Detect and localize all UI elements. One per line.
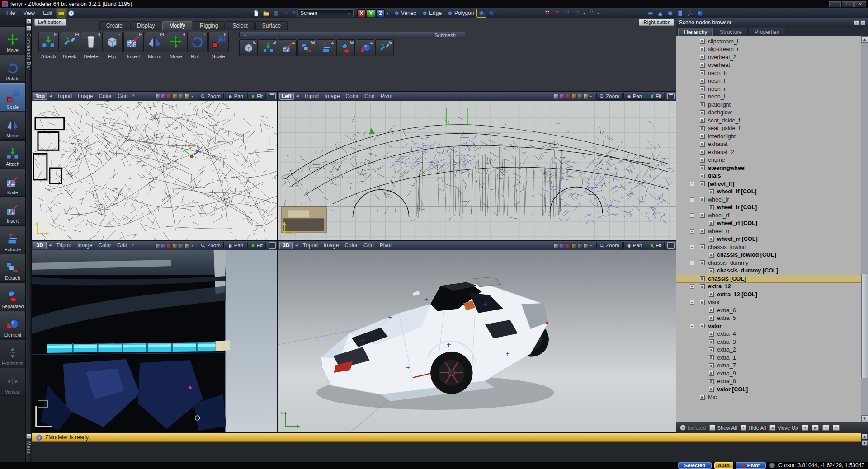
expand-corner-icon[interactable] bbox=[273, 41, 276, 44]
viewport-name-button[interactable]: Top bbox=[33, 93, 47, 100]
visibility-checkbox-icon[interactable] bbox=[709, 371, 714, 376]
tree-node-extra-6[interactable]: extra_6 bbox=[676, 306, 861, 314]
pen-color-icon[interactable] bbox=[566, 94, 571, 99]
tree-node-interiorlight[interactable]: interiorlight bbox=[676, 132, 861, 141]
visibility-checkbox-icon[interactable] bbox=[700, 395, 705, 400]
snap-option-icon[interactable] bbox=[562, 9, 571, 17]
light-icon[interactable] bbox=[184, 243, 189, 248]
tree-node-steeringwheel[interactable]: steeringwheel bbox=[676, 164, 861, 172]
submesh-header[interactable]: ▲Submesh.... bbox=[239, 32, 465, 38]
visibility-checkbox-icon[interactable] bbox=[700, 118, 705, 123]
visibility-checkbox-icon[interactable] bbox=[700, 174, 705, 178]
messages-scroll-down-icon[interactable]: ▼ bbox=[862, 440, 868, 446]
tree-node-dials[interactable]: dials bbox=[676, 172, 861, 180]
visibility-checkbox-icon[interactable] bbox=[709, 339, 714, 344]
tree-node-exhaust[interactable]: exhaust bbox=[676, 141, 861, 149]
menu-file[interactable]: File bbox=[3, 9, 19, 17]
move-up-button[interactable]: ▲Move Up bbox=[769, 425, 798, 431]
menu-view[interactable]: View bbox=[19, 9, 38, 17]
expand-all-button[interactable]: + bbox=[822, 425, 829, 431]
visibility-checkbox-icon[interactable] bbox=[700, 142, 705, 147]
visibility-checkbox-icon[interactable] bbox=[700, 284, 705, 289]
submesh-tool-extrude-button[interactable] bbox=[317, 39, 335, 56]
messages-scroll-up-icon[interactable]: ▲ bbox=[862, 434, 868, 439]
delete-icon[interactable] bbox=[281, 9, 290, 17]
visibility-checkbox-icon[interactable] bbox=[709, 363, 714, 368]
tree-node-wheel-lr[interactable]: −wheel_lr bbox=[676, 196, 861, 204]
collapse-arrow-icon[interactable]: ◀ bbox=[47, 244, 52, 247]
primitive-cube-icon[interactable] bbox=[665, 9, 675, 17]
visibility-checkbox-icon[interactable] bbox=[709, 253, 714, 258]
visibility-checkbox-icon[interactable] bbox=[709, 379, 714, 384]
visibility-checkbox-icon[interactable] bbox=[700, 94, 705, 99]
submesh-tool-break-button[interactable] bbox=[375, 39, 394, 56]
tool-knife[interactable]: Knife bbox=[0, 169, 25, 197]
keyboard-shortcuts-icon[interactable] bbox=[57, 9, 66, 17]
maximize-button[interactable]: ▢ bbox=[842, 1, 854, 7]
chevron-down-icon[interactable]: ▾ bbox=[597, 11, 600, 15]
snap-option-icon[interactable] bbox=[572, 9, 581, 17]
tool-rotate[interactable]: Rotate bbox=[0, 55, 25, 83]
tree-node-extra-12-col[interactable]: extra_12 [COL] bbox=[676, 291, 861, 299]
expand-corner-icon[interactable] bbox=[253, 41, 256, 44]
tree-node-neon-l[interactable]: neon_l bbox=[676, 93, 861, 101]
tree-node-extra-1[interactable]: extra_1 bbox=[676, 354, 861, 362]
close-panel-icon[interactable]: × bbox=[860, 20, 865, 25]
zoom-button[interactable]: Zoom bbox=[596, 93, 622, 100]
open-file-icon[interactable] bbox=[261, 9, 270, 17]
viewport-canvas[interactable]: y bbox=[278, 250, 676, 432]
visibility-checkbox-icon[interactable] bbox=[700, 63, 705, 68]
attach-button[interactable] bbox=[38, 32, 59, 52]
show-all-button[interactable]: ▪Show All bbox=[709, 425, 737, 431]
pencil-icon[interactable] bbox=[554, 94, 559, 99]
visibility-checkbox-icon[interactable] bbox=[709, 332, 714, 337]
collapse-expander-icon[interactable]: − bbox=[690, 197, 694, 202]
visibility-checkbox-icon[interactable] bbox=[700, 126, 705, 131]
chevron-down-icon[interactable]: ▾ bbox=[131, 242, 136, 249]
tree-node-slipstream-l[interactable]: slipstream_l bbox=[676, 38, 861, 46]
tree-node-exhaust-2[interactable]: exhaust_2 bbox=[676, 148, 861, 156]
expand-corner-icon[interactable] bbox=[203, 33, 206, 36]
expand-corner-icon[interactable] bbox=[350, 41, 354, 44]
mode-edge-button[interactable]: Edge bbox=[420, 9, 444, 17]
tool-horizontal[interactable]: Horizontal bbox=[0, 339, 25, 367]
collapse-expander-icon[interactable]: − bbox=[690, 182, 694, 186]
chevron-down-icon[interactable]: ▾ bbox=[386, 11, 389, 15]
tree-node-neon-r[interactable]: neon_r bbox=[676, 85, 861, 93]
tool-element[interactable]: Element bbox=[0, 311, 25, 339]
visibility-checkbox-icon[interactable] bbox=[700, 79, 705, 84]
scroll-down-icon[interactable]: ▼ bbox=[861, 415, 868, 422]
viewport-name-button[interactable]: 3D bbox=[279, 242, 293, 249]
tree-node-platelight[interactable]: platelight bbox=[676, 101, 861, 109]
tree-scrollbar[interactable]: ▲ ▼ bbox=[861, 36, 868, 422]
tree-node-extra-2[interactable]: extra_2 bbox=[676, 346, 861, 354]
palette-icon[interactable] bbox=[173, 243, 178, 248]
viewport-menu-color[interactable]: Color bbox=[343, 93, 361, 100]
visibility-checkbox-icon[interactable] bbox=[709, 221, 714, 226]
tree-node-engine[interactable]: engine bbox=[676, 156, 861, 164]
expand-corner-icon[interactable] bbox=[292, 41, 295, 44]
scale-button[interactable] bbox=[208, 32, 229, 52]
tree-node-overheat[interactable]: overheat bbox=[676, 61, 861, 70]
expand-corner-icon[interactable] bbox=[311, 41, 315, 44]
pencil-icon[interactable] bbox=[155, 243, 160, 248]
axis-x-button[interactable]: X bbox=[357, 9, 366, 17]
pen-color-icon[interactable] bbox=[566, 243, 571, 248]
isolated-button[interactable]: ●Isolated bbox=[680, 425, 706, 431]
mirror-button[interactable] bbox=[145, 32, 165, 52]
brush-icon[interactable] bbox=[161, 94, 166, 99]
expand-corner-icon[interactable] bbox=[75, 33, 79, 36]
tree-node-wheel-rf[interactable]: −wheel_rf bbox=[676, 211, 861, 220]
zoom-button[interactable]: Zoom bbox=[198, 242, 223, 249]
snap-magnet-icon[interactable] bbox=[542, 9, 552, 17]
pen-color-icon[interactable] bbox=[167, 94, 172, 99]
viewport-menu-color[interactable]: Color bbox=[95, 242, 114, 249]
visibility-checkbox-icon[interactable] bbox=[700, 39, 705, 44]
visibility-checkbox-icon[interactable] bbox=[709, 355, 714, 360]
screen-space-selector[interactable]: Screen▾ bbox=[297, 9, 354, 17]
tree-node-extra-3[interactable]: extra_3 bbox=[676, 338, 861, 346]
pencil-icon[interactable] bbox=[554, 243, 559, 248]
viewport-menu-color[interactable]: Color bbox=[342, 242, 360, 249]
collapse-expander-icon[interactable]: − bbox=[690, 261, 694, 265]
chevron-down-icon[interactable]: ▾ bbox=[131, 93, 136, 100]
